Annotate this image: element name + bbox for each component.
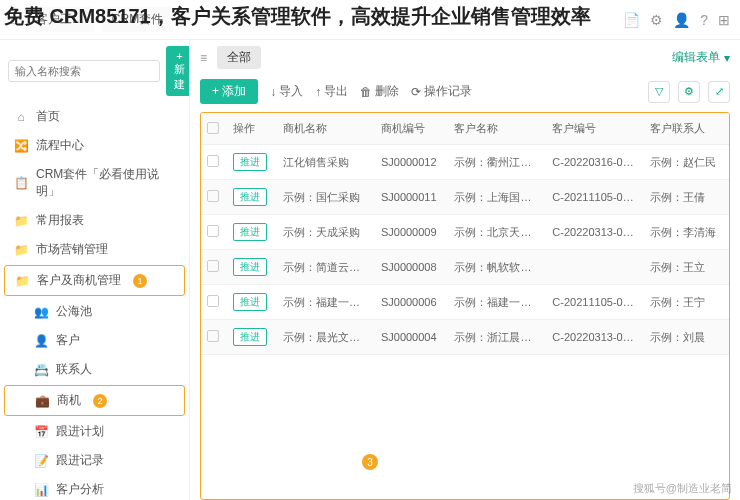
table-row[interactable]: 推进江化销售采购SJ0000012示例：衢州江化集团C-20220316-000… [201,145,729,180]
nav-icon: 👥 [34,305,48,319]
data-table: 操作商机名称商机编号客户名称客户编号客户联系人 推进江化销售采购SJ000001… [201,113,729,355]
cell-cust: 示例：衢州江化集团 [448,145,546,180]
top-right-icons: 📄 ⚙ 👤 ? ⊞ [623,12,730,28]
cell-code: SJ0000012 [375,145,449,180]
row-checkbox[interactable] [207,295,219,307]
col-1: 操作 [227,113,277,145]
user-icon[interactable]: 👤 [673,12,690,28]
sidebar-item-4[interactable]: 📁市场营销管理 [0,235,189,264]
top-tab-1[interactable]: 客户工… [26,7,94,32]
sidebar-item-0[interactable]: ⌂首页 [0,102,189,131]
row-checkbox[interactable] [207,155,219,167]
nav-label: 首页 [36,108,60,125]
table-row[interactable]: 推进示例：简道云采购SJ0000008示例：帆软软件有限公司示例：王立 [201,250,729,285]
row-checkbox[interactable] [207,190,219,202]
cell-code: SJ0000008 [375,250,449,285]
cell-cust: 示例：上海国仁有限… [448,180,546,215]
import-link[interactable]: ↓ 导入 [270,83,303,100]
top-tab-2[interactable]: CRM套件 [102,7,173,32]
sidebar-item-6[interactable]: 👥公海池 [0,297,189,326]
new-button[interactable]: + 新建 [166,46,190,96]
main-panel: ≡ 全部 编辑表单 ▾ + 添加 ↓ 导入 ↑ 导出 🗑 删除 ⟳ 操作记录 ▽… [190,40,740,500]
add-button[interactable]: + 添加 [200,79,258,104]
push-button[interactable]: 推进 [233,188,267,206]
nav-icon: 📁 [15,274,29,288]
cell-cust: 示例：浙江晨光文具… [448,320,546,355]
nav-label: 客户分析 [56,481,104,498]
cell-cust: 示例：帆软软件有限公司 [448,250,546,285]
search-input[interactable] [8,60,160,82]
push-button[interactable]: 推进 [233,258,267,276]
nav-icon: 📁 [14,214,28,228]
apps-icon[interactable]: ⊞ [718,12,730,28]
col-4: 客户名称 [448,113,546,145]
nav-icon: 📊 [34,483,48,497]
top-bar: ⌂ 客户工… CRM套件 📄 ⚙ 👤 ? ⊞ [0,0,740,40]
nav-label: 跟进记录 [56,452,104,469]
nav-badge: 1 [133,274,147,288]
sidebar-item-2[interactable]: 📋CRM套件「必看使用说明」 [0,160,189,206]
sidebar-item-3[interactable]: 📁常用报表 [0,206,189,235]
nav-label: 客户及商机管理 [37,272,121,289]
sidebar-item-10[interactable]: 📅跟进计划 [0,417,189,446]
filter-icon[interactable]: ▽ [648,81,670,103]
push-button[interactable]: 推进 [233,328,267,346]
gear-icon[interactable]: ⚙ [650,12,663,28]
cell-name: 江化销售采购 [277,145,375,180]
cell-name: 示例：简道云采购 [277,250,375,285]
delete-link[interactable]: 🗑 删除 [360,83,399,100]
data-table-wrap: 操作商机名称商机编号客户名称客户编号客户联系人 推进江化销售采购SJ000001… [200,112,730,500]
nav-label: 公海池 [56,303,92,320]
nav-icon: 📋 [14,176,28,190]
export-link[interactable]: ↑ 导出 [315,83,348,100]
table-row[interactable]: 推进示例：国仁采购SJ0000011示例：上海国仁有限…C-20211105-0… [201,180,729,215]
table-row[interactable]: 推进示例：福建一高3月订单SJ0000006示例：福建一高集团C-2021110… [201,285,729,320]
cell-name: 示例：天成采购 [277,215,375,250]
push-button[interactable]: 推进 [233,293,267,311]
row-checkbox[interactable] [207,330,219,342]
cell-cust: 示例：北京天诚软件… [448,215,546,250]
sidebar-item-8[interactable]: 📇联系人 [0,355,189,384]
nav-icon: 💼 [35,394,49,408]
sidebar-item-12[interactable]: 📊客户分析 [0,475,189,500]
sidebar-item-9[interactable]: 💼商机2 [4,385,185,416]
table-row[interactable]: 推进示例：天成采购SJ0000009示例：北京天诚软件…C-20220313-0… [201,215,729,250]
table-row[interactable]: 推进示例：晨光文具设备…SJ0000004示例：浙江晨光文具…C-2022031… [201,320,729,355]
nav-label: 客户 [56,332,80,349]
nav-icon: ⌂ [14,110,28,124]
home-icon[interactable]: ⌂ [10,12,18,27]
push-button[interactable]: 推进 [233,153,267,171]
help-icon[interactable]: ? [700,12,708,28]
cell-cnum [546,250,644,285]
nav-label: 跟进计划 [56,423,104,440]
cell-name: 示例：福建一高3月订单 [277,285,375,320]
cell-cnum: C-20220313-0000002 [546,215,644,250]
nav-icon: 📝 [34,454,48,468]
tab-all[interactable]: 全部 [217,46,261,69]
settings-icon[interactable]: ⚙ [678,81,700,103]
nav-label: 市场营销管理 [36,241,108,258]
sidebar-item-7[interactable]: 👤客户 [0,326,189,355]
nav-label: CRM套件「必看使用说明」 [36,166,179,200]
row-checkbox[interactable] [207,260,219,272]
cell-cnum: C-20211105-0000004 [546,285,644,320]
expand-icon[interactable]: ⤢ [708,81,730,103]
nav-label: 商机 [57,392,81,409]
checkbox-all[interactable] [207,122,219,134]
sidebar: + 新建 ⌂首页🔀流程中心📋CRM套件「必看使用说明」📁常用报表📁市场营销管理📁… [0,40,190,500]
sidebar-item-5[interactable]: 📁客户及商机管理1 [4,265,185,296]
cell-cust: 示例：福建一高集团 [448,285,546,320]
sidebar-item-11[interactable]: 📝跟进记录 [0,446,189,475]
nav-icon: 👤 [34,334,48,348]
log-link[interactable]: ⟳ 操作记录 [411,83,472,100]
view-menu-icon[interactable]: ≡ [200,51,207,65]
doc-icon[interactable]: 📄 [623,12,640,28]
cell-contact: 示例：李清海 [644,215,729,250]
cell-code: SJ0000011 [375,180,449,215]
edit-form-link[interactable]: 编辑表单 ▾ [672,49,730,66]
push-button[interactable]: 推进 [233,223,267,241]
row-checkbox[interactable] [207,225,219,237]
col-2: 商机名称 [277,113,375,145]
sidebar-item-1[interactable]: 🔀流程中心 [0,131,189,160]
sidebar-nav: ⌂首页🔀流程中心📋CRM套件「必看使用说明」📁常用报表📁市场营销管理📁客户及商机… [0,102,189,500]
